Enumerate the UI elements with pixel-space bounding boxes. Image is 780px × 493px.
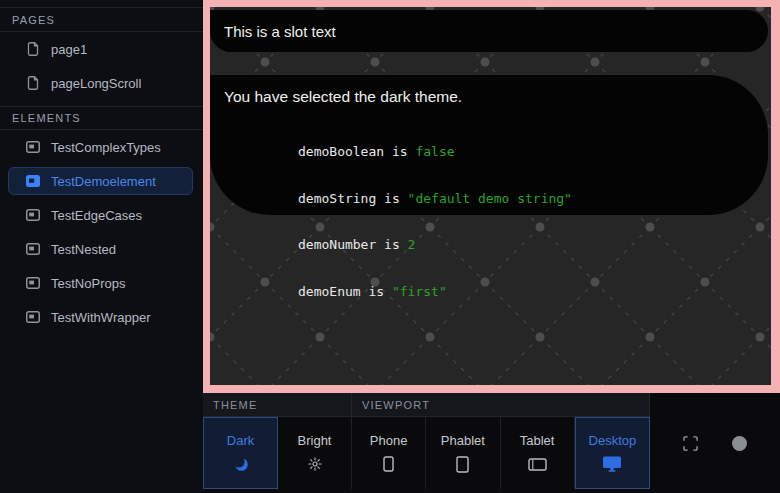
code-line: demoNumber is 2 <box>298 237 744 253</box>
moon-icon <box>232 455 250 473</box>
component-explorer-app: PAGES page1 pageLong <box>0 0 780 493</box>
component-icon <box>25 141 40 153</box>
theme-group: THEME Dark Bright <box>203 393 352 493</box>
page-icon <box>25 76 40 90</box>
component-icon <box>25 243 40 255</box>
viewport-desktop-label: Desktop <box>589 433 637 448</box>
viewport-phone-label: Phone <box>370 433 408 448</box>
viewport-group-label: VIEWPORT <box>362 399 430 411</box>
theme-group-label: THEME <box>213 399 258 411</box>
sidebar-item-label: TestEdgeCases <box>51 208 142 223</box>
theme-dark-label: Dark <box>227 433 254 448</box>
page-icon <box>25 42 40 56</box>
sidebar-item-page1[interactable]: page1 <box>0 32 203 66</box>
code-line: demoString is "default demo string" <box>298 191 744 207</box>
sidebar-item-testcomplextypes[interactable]: TestComplexTypes <box>0 130 203 164</box>
sidebar-item-testnested[interactable]: TestNested <box>0 232 203 266</box>
viewport-desktop-button[interactable]: Desktop <box>575 417 650 489</box>
component-icon <box>25 277 40 289</box>
desktop-icon <box>602 455 622 473</box>
section-header-pages: PAGES <box>0 8 203 32</box>
sidebar-item-testnoprops[interactable]: TestNoProps <box>0 266 203 300</box>
sidebar-item-label: TestNoProps <box>51 276 125 291</box>
sidebar-item-testdemoelement[interactable]: TestDemoelement <box>8 167 193 195</box>
sidebar-item-pagelongscroll[interactable]: pageLongScroll <box>0 66 203 100</box>
pages-list: page1 pageLongScroll <box>0 32 203 106</box>
code-label: demoNumber is <box>298 237 408 252</box>
slot-text-bubble: This is a slot text <box>210 10 768 52</box>
demo-heading: You have selected the dark theme. <box>224 88 744 106</box>
bottom-toolbar: THEME Dark Bright <box>203 393 780 493</box>
viewport-phablet-button[interactable]: Phablet <box>426 417 500 489</box>
code-value: "first" <box>392 284 447 299</box>
code-value: false <box>415 144 454 159</box>
preview-frame: This is a slot text You have selected th… <box>203 0 780 393</box>
viewport-tablet-label: Tablet <box>520 433 555 448</box>
theme-buttons: Dark Bright <box>203 417 352 493</box>
preview-canvas: This is a slot text You have selected th… <box>210 7 771 385</box>
sidebar-item-label: TestWithWrapper <box>51 310 150 325</box>
theme-group-header: THEME <box>203 393 352 417</box>
fullscreen-icon[interactable] <box>683 436 698 451</box>
code-line: demoEnum is "first" <box>298 284 744 300</box>
toolbar-utility-area <box>650 393 780 493</box>
code-label: demoEnum is <box>298 284 392 299</box>
viewport-group: VIEWPORT Phone Phablet <box>352 393 650 493</box>
status-dot[interactable] <box>732 436 747 451</box>
slot-text: This is a slot text <box>224 23 336 40</box>
demo-code-block: demoBoolean is false demoString is "defa… <box>298 113 744 330</box>
viewport-group-header: VIEWPORT <box>352 393 650 417</box>
section-header-elements: ELEMENTS <box>0 106 203 130</box>
section-header-elements-label: ELEMENTS <box>12 112 81 124</box>
phablet-icon <box>456 455 469 473</box>
sidebar-item-label: TestDemoelement <box>51 174 156 189</box>
component-icon <box>25 311 40 323</box>
demo-element-bubble: You have selected the dark theme. demoBo… <box>210 75 768 215</box>
sidebar-item-label: TestComplexTypes <box>51 140 161 155</box>
component-icon <box>25 175 40 187</box>
sidebar-item-label: page1 <box>51 42 87 57</box>
theme-bright-button[interactable]: Bright <box>278 417 352 489</box>
phone-icon <box>383 455 394 473</box>
sidebar-item-testedgecases[interactable]: TestEdgeCases <box>0 198 203 232</box>
sidebar-top-strip <box>0 0 203 8</box>
code-line: demoBoolean is false <box>298 144 744 160</box>
sidebar-item-testwithwrapper[interactable]: TestWithWrapper <box>0 300 203 334</box>
component-icon <box>25 209 40 221</box>
elements-list: TestComplexTypes TestDemoelement TestEdg… <box>0 130 203 340</box>
sun-icon <box>306 455 324 473</box>
section-header-pages-label: PAGES <box>12 14 55 26</box>
code-label: demoBoolean is <box>298 144 415 159</box>
viewport-tablet-button[interactable]: Tablet <box>501 417 575 489</box>
tablet-icon <box>528 455 547 473</box>
code-value: 2 <box>408 237 416 252</box>
theme-bright-label: Bright <box>298 433 332 448</box>
viewport-phone-button[interactable]: Phone <box>352 417 426 489</box>
sidebar-item-label: TestNested <box>51 242 116 257</box>
viewport-phablet-label: Phablet <box>441 433 485 448</box>
code-label: demoString is <box>298 191 408 206</box>
theme-dark-button[interactable]: Dark <box>203 417 278 489</box>
sidebar: PAGES page1 pageLong <box>0 0 203 493</box>
code-value: "default demo string" <box>408 191 572 206</box>
sidebar-item-label: pageLongScroll <box>51 76 141 91</box>
viewport-buttons: Phone Phablet Tabl <box>352 417 650 493</box>
